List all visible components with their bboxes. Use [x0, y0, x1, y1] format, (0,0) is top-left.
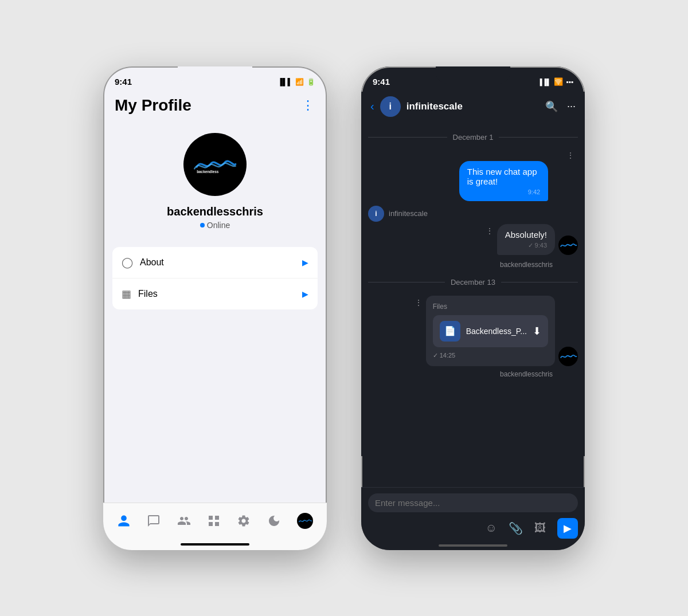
svg-rect-2 — [209, 516, 213, 520]
msg-options-icon[interactable]: ⋮ — [566, 151, 574, 160]
sender-avatar-2 — [558, 236, 578, 255]
svg-rect-5 — [215, 522, 219, 526]
file-name: Backendless_P... — [466, 327, 527, 336]
date-label-1: December 1 — [453, 133, 494, 142]
home-indicator-dark — [439, 544, 507, 547]
file-item: 📄 Backendless_P... ⬇ — [433, 315, 548, 347]
sender-name-1: infinitescale — [389, 209, 428, 218]
status-icons-left: ▐▌▌ 📶 🔋 — [277, 78, 315, 86]
date-divider-2: December 13 — [368, 278, 578, 287]
signal-icon-dark: ▐▐▌ — [538, 79, 551, 85]
back-button[interactable]: ‹ — [370, 100, 374, 113]
input-toolbar: ☺ 📎 🖼 ▶ — [368, 518, 578, 539]
sender-avatar-1: i — [368, 206, 384, 222]
nav-contacts[interactable] — [177, 514, 191, 528]
message-input[interactable] — [375, 498, 571, 508]
file-type-icon: 📄 — [440, 321, 460, 342]
message-text-1: This new chat app is great! — [467, 167, 537, 186]
message-time-1: 9:42 — [467, 189, 540, 195]
svg-rect-4 — [209, 522, 213, 526]
profile-phone: 9:41 ▐▌▌ 📶 🔋 My Profile ⋮ backendless ba… — [103, 66, 327, 550]
nav-profile[interactable] — [117, 514, 131, 528]
date-label-2: December 13 — [451, 278, 495, 287]
file-message-bubble: Files 📄 Backendless_P... ⬇ ✓ 14:25 — [426, 296, 555, 366]
msg-options-icon-2[interactable]: ⋮ — [486, 226, 494, 236]
file-icon: ▦ — [122, 288, 131, 300]
messages-area[interactable]: December 1 ⋮ This new chat app is great!… — [361, 124, 585, 456]
chat-phone: 9:41 ▐▐▌ 🛜 ▪▪▪ ‹ i infinitescale 🔍 ··· D… — [361, 66, 585, 550]
battery-icon: 🔋 — [307, 78, 315, 86]
message-input-row — [368, 493, 578, 512]
svg-text:backendless: backendless — [197, 170, 219, 174]
profile-header: My Profile ⋮ — [103, 92, 327, 121]
date-divider-1: December 1 — [368, 133, 578, 142]
attachment-icon[interactable]: 📎 — [509, 521, 523, 535]
message-bubble-received: Absolutely! ✓ 9:43 — [497, 224, 555, 255]
msg-options-icon-3[interactable]: ⋮ — [415, 298, 423, 307]
notch-right — [436, 66, 510, 84]
nav-theme[interactable] — [267, 514, 281, 528]
username: backendlesschris — [167, 205, 263, 218]
file-sender-name: backendlesschris — [500, 370, 553, 378]
nav-chat[interactable] — [147, 514, 161, 528]
chat-header: ‹ i infinitescale 🔍 ··· — [361, 92, 585, 124]
avatar-section: backendless backendlesschris Online — [103, 121, 327, 247]
file-section-label: Files — [433, 303, 548, 311]
emoji-icon[interactable]: ☺ — [486, 521, 497, 535]
message-time-2: ✓ 9:43 — [505, 242, 547, 249]
menu-item-files[interactable]: ▦ Files ▶ — [112, 278, 318, 309]
chat-contact-avatar: i — [380, 96, 401, 117]
message-text-2: Absolutely! — [505, 230, 547, 240]
send-button[interactable]: ▶ — [557, 518, 578, 539]
chat-contact-name: infinitescale — [406, 101, 540, 112]
avatar-logo-svg: backendless — [192, 154, 238, 174]
chevron-right-icon: ▶ — [302, 258, 308, 267]
sender-avatar-3 — [558, 347, 578, 366]
nav-settings[interactable] — [237, 514, 251, 528]
about-label: About — [140, 257, 164, 268]
avatar: backendless — [183, 133, 247, 196]
chevron-right-icon-2: ▶ — [302, 289, 308, 299]
status-icons-right: ▐▐▌ 🛜 ▪▪▪ — [538, 77, 573, 86]
signal-icon: ▐▌▌ — [277, 78, 292, 86]
chat-header-actions: 🔍 ··· — [545, 100, 576, 113]
message-input-area: ☺ 📎 🖼 ▶ — [361, 487, 585, 550]
sender-name-2: backendlesschris — [500, 261, 553, 269]
wifi-icon-dark: 🛜 — [554, 77, 563, 86]
nav-logo[interactable] — [297, 513, 313, 529]
message-row-1: ⋮ This new chat app is great! 9:42 — [368, 151, 578, 201]
menu-item-about[interactable]: ◯ About ▶ — [112, 247, 318, 278]
menu-list: ◯ About ▶ ▦ Files ▶ — [112, 247, 318, 309]
sender-row-1: i infinitescale — [368, 206, 578, 222]
file-message-row: ⋮ Files 📄 Backendless_P... ⬇ ✓ 14:25 — [368, 296, 578, 366]
message-row-2: ⋮ Absolutely! ✓ 9:43 backendlesschris — [368, 224, 578, 269]
files-label: Files — [138, 289, 158, 299]
person-icon: ◯ — [122, 256, 133, 269]
file-time: ✓ 14:25 — [433, 352, 548, 359]
wifi-icon: 📶 — [295, 78, 304, 86]
download-icon[interactable]: ⬇ — [533, 325, 541, 338]
page-title: My Profile — [115, 96, 191, 115]
home-indicator — [181, 543, 249, 546]
notch-left — [178, 66, 252, 84]
search-icon[interactable]: 🔍 — [545, 100, 558, 113]
image-icon[interactable]: 🖼 — [534, 521, 546, 535]
nav-media[interactable] — [207, 514, 221, 528]
online-status: Online — [200, 221, 230, 230]
time-left: 9:41 — [115, 77, 132, 87]
more-options-icon[interactable]: ··· — [567, 100, 576, 113]
battery-icon-dark: ▪▪▪ — [566, 78, 573, 86]
more-options-button[interactable]: ⋮ — [302, 98, 315, 113]
status-text: Online — [207, 221, 230, 230]
svg-rect-3 — [215, 516, 219, 520]
message-bubble-sent: This new chat app is great! 9:42 — [459, 161, 548, 201]
time-right: 9:41 — [373, 77, 390, 87]
online-dot — [200, 223, 205, 227]
